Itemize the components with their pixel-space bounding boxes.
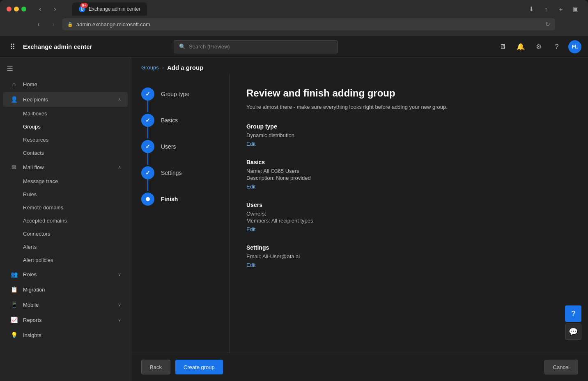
sidebar-item-mobile[interactable]: 📱 Mobile ∨ xyxy=(3,297,128,312)
cancel-button[interactable]: Cancel xyxy=(544,360,578,374)
section-title-basics: Basics xyxy=(246,159,572,165)
step-circle-users: ✓ xyxy=(141,140,154,153)
sidebar-item-resources[interactable]: Resources xyxy=(3,133,128,146)
sidebar-item-message-trace[interactable]: Message trace xyxy=(3,175,128,188)
home-icon: ⌂ xyxy=(10,81,18,87)
mail-flow-icon: ✉ xyxy=(10,164,18,170)
sidebar-item-alerts[interactable]: Alerts xyxy=(3,241,128,253)
sidebar-item-insights[interactable]: 💡 Insights xyxy=(3,328,128,342)
step-basics: ✓ Basics xyxy=(141,114,220,127)
sidebar-item-contacts[interactable]: Contacts xyxy=(3,147,128,159)
review-section-users: Users Owners: Members: All recipient typ… xyxy=(246,202,572,233)
bell-icon[interactable]: 🔔 xyxy=(514,40,527,53)
review-section-basics: Basics Name: All O365 Users Description:… xyxy=(246,159,572,190)
sidebar-item-connectors[interactable]: Connectors xyxy=(3,227,128,240)
address-bar[interactable]: 🔒 admin.exchange.microsoft.com ↻ xyxy=(62,18,555,30)
step-finish: Finish xyxy=(141,193,220,206)
screen-icon[interactable]: 🖥 xyxy=(496,40,509,53)
sidebar-item-label: Insights xyxy=(23,332,121,338)
section-value-description: Description: None provided xyxy=(246,175,572,181)
tab-favicon: U 9+ xyxy=(79,6,85,12)
main-layout: ☰ ⌂ Home 👤 Recipients ∧ Mailboxes Groups… xyxy=(0,57,588,381)
forward-nav-icon[interactable]: › xyxy=(48,18,59,30)
close-button[interactable] xyxy=(7,7,11,11)
section-value-distribution: Dynamic distribution xyxy=(246,132,572,138)
sidebar-item-remote-domains[interactable]: Remote domains xyxy=(3,201,128,214)
back-browser-button[interactable]: ‹ xyxy=(34,3,46,15)
download-icon[interactable]: ⬇ xyxy=(526,3,537,15)
waffle-menu-icon[interactable]: ⠿ xyxy=(7,41,18,53)
app-title: Exchange admin center xyxy=(23,43,92,50)
sidebar-item-home[interactable]: ⌂ Home xyxy=(3,77,128,92)
minimize-button[interactable] xyxy=(14,7,19,11)
chat-float-button[interactable]: 💬 xyxy=(565,324,581,340)
refresh-icon[interactable]: ↻ xyxy=(545,21,550,28)
section-value-name: Name: All O365 Users xyxy=(246,168,572,174)
settings-icon[interactable]: ⚙ xyxy=(532,40,545,53)
app-header: ⠿ Exchange admin center 🔍 Search (Previe… xyxy=(0,36,588,57)
help-float-button[interactable]: ? xyxy=(565,305,581,322)
create-group-button[interactable]: Create group xyxy=(175,360,223,374)
sidebar-item-label: Mobile xyxy=(23,302,113,308)
checkmark-icon: ✓ xyxy=(145,143,150,150)
forward-browser-button[interactable]: › xyxy=(49,3,61,15)
sidebar-item-reports[interactable]: 📈 Reports ∨ xyxy=(3,312,128,327)
new-tab-icon[interactable]: + xyxy=(555,3,567,15)
sidebar-item-alert-policies[interactable]: Alert policies xyxy=(3,254,128,266)
chevron-down-icon: ∨ xyxy=(118,272,121,277)
section-value-members: Members: All recipient types xyxy=(246,218,572,224)
migration-icon: 📋 xyxy=(10,286,18,293)
sidebar-item-groups[interactable]: Groups xyxy=(3,120,128,133)
edit-users-link[interactable]: Edit xyxy=(246,226,255,232)
sidebar-item-mail-flow[interactable]: ✉ Mail flow ∧ xyxy=(3,160,128,174)
maximize-button[interactable] xyxy=(21,7,26,11)
checkmark-icon: ✓ xyxy=(145,170,150,176)
wizard-footer: Back Create group Cancel xyxy=(131,353,588,381)
edit-group-type-link[interactable]: Edit xyxy=(246,141,255,147)
breadcrumb-parent[interactable]: Groups xyxy=(141,64,159,71)
breadcrumb: Groups › Add a group xyxy=(131,57,588,74)
breadcrumb-current: Add a group xyxy=(167,64,203,71)
sidebar-item-label: Roles xyxy=(23,271,113,278)
step-circle-finish xyxy=(141,193,154,206)
sidebar-item-recipients[interactable]: 👤 Recipients ∧ xyxy=(3,92,128,107)
sidebar-item-roles[interactable]: 👥 Roles ∨ xyxy=(3,267,128,282)
step-settings: ✓ Settings xyxy=(141,166,220,179)
back-button[interactable]: Back xyxy=(141,360,170,374)
split-view-icon[interactable]: ▣ xyxy=(570,3,581,15)
sidebar: ☰ ⌂ Home 👤 Recipients ∧ Mailboxes Groups… xyxy=(0,57,131,381)
chevron-down-icon: ∨ xyxy=(118,302,121,308)
step-panel: ✓ Group type ✓ Basics ✓ Use xyxy=(131,74,230,353)
edit-settings-link[interactable]: Edit xyxy=(246,262,255,268)
reports-icon: 📈 xyxy=(10,317,18,323)
sidebar-item-label: Recipients xyxy=(23,96,113,103)
sidebar-item-migration[interactable]: 📋 Migration xyxy=(3,282,128,297)
checkmark-icon: ✓ xyxy=(145,117,150,124)
chevron-up-icon: ∧ xyxy=(118,165,121,170)
section-title-users: Users xyxy=(246,202,572,208)
floating-panel: ? 💬 xyxy=(565,305,581,340)
sidebar-item-label: Home xyxy=(23,81,121,87)
content-area: Groups › Add a group ✓ Group type xyxy=(131,57,588,381)
help-icon[interactable]: ? xyxy=(550,40,563,53)
edit-basics-link[interactable]: Edit xyxy=(246,184,255,190)
search-icon: 🔍 xyxy=(179,44,186,50)
step-label-finish: Finish xyxy=(161,196,178,202)
step-label-users: Users xyxy=(161,143,176,150)
step-label-basics: Basics xyxy=(161,117,178,124)
step-circle-settings: ✓ xyxy=(141,166,154,179)
tab-badge: 9+ xyxy=(80,3,88,8)
avatar[interactable]: FL xyxy=(568,40,581,53)
review-subtitle: You're almost there - make sure everythi… xyxy=(246,104,572,110)
sidebar-item-mailboxes[interactable]: Mailboxes xyxy=(3,107,128,120)
share-icon[interactable]: ↑ xyxy=(540,3,552,15)
sidebar-toggle[interactable]: ☰ xyxy=(0,61,131,76)
sidebar-item-accepted-domains[interactable]: Accepted domains xyxy=(3,214,128,227)
sidebar-item-label: Mail flow xyxy=(23,164,113,170)
sidebar-item-label: Reports xyxy=(23,317,113,323)
browser-tab[interactable]: U 9+ Exchange admin center xyxy=(72,2,147,16)
step-users: ✓ Users xyxy=(141,140,220,153)
search-input[interactable]: 🔍 Search (Preview) xyxy=(174,40,338,53)
sidebar-item-rules[interactable]: Rules xyxy=(3,188,128,201)
back-nav-icon[interactable]: ‹ xyxy=(33,18,44,30)
